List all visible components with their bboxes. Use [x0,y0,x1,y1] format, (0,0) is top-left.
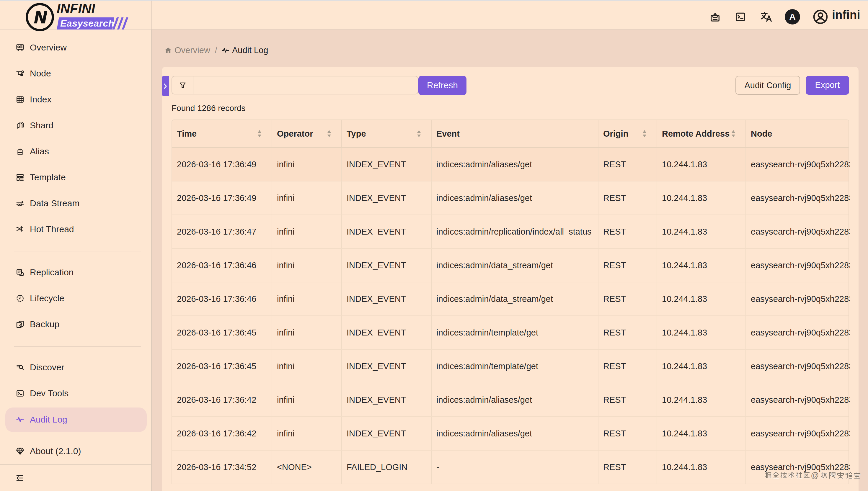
svg-text:@: @ [811,471,819,480]
svg-text:N: N [34,7,47,27]
